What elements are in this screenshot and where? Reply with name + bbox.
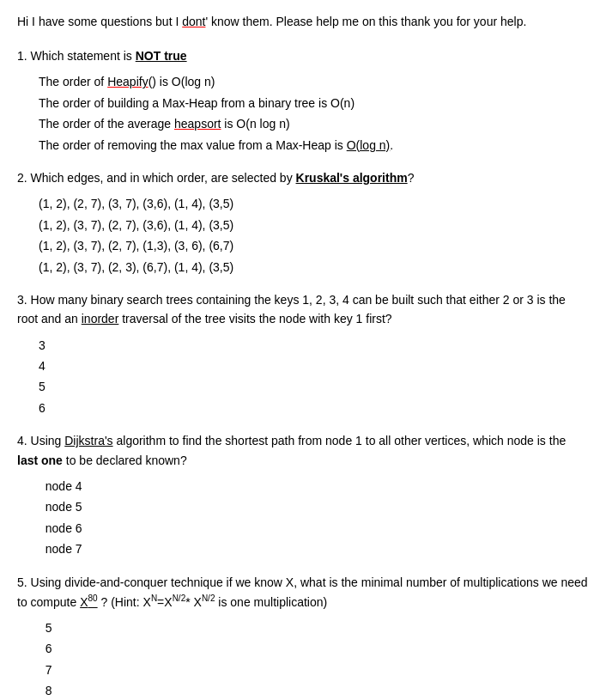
q5-option-4: 8: [39, 681, 589, 700]
question-4-options: node 4 node 5 node 6 node 7: [39, 477, 589, 559]
question-2-options: (1, 2), (2, 7), (3, 7), (3,6), (1, 4), (…: [39, 194, 589, 277]
q5-option-1: 5: [39, 618, 589, 637]
q1-option-1: The order of Heapify() is O(log n): [39, 72, 589, 91]
question-5-label: 5. Using divide-and-conquer technique if…: [17, 573, 589, 612]
question-2-label: 2. Which edges, and in which order, are …: [17, 168, 589, 187]
q1-option-4: The order of removing the max value from…: [39, 136, 589, 155]
question-5-section: 5. Using divide-and-conquer technique if…: [17, 573, 589, 700]
q2-option-1: (1, 2), (2, 7), (3, 7), (3,6), (1, 4), (…: [39, 194, 589, 213]
question-1-label: 1. Which statement is NOT true: [17, 46, 589, 65]
q1-option-3: The order of the average heapsort is O(n…: [39, 114, 589, 133]
q2-option-4: (1, 2), (3, 7), (2, 3), (6,7), (1, 4), (…: [39, 258, 589, 277]
question-1-options: The order of Heapify() is O(log n) The o…: [39, 72, 589, 155]
q3-option-3: 5: [39, 377, 589, 396]
q2-option-2: (1, 2), (3, 7), (2, 7), (3,6), (1, 4), (…: [39, 216, 589, 234]
q2-option-3: (1, 2), (3, 7), (2, 7), (1,3), (3, 6), (…: [39, 236, 589, 255]
q1-option-2: The order of building a Max-Heap from a …: [39, 94, 589, 113]
q3-option-4: 6: [39, 399, 589, 417]
q5-option-3: 7: [39, 660, 589, 679]
q4-option-2: node 5: [39, 497, 589, 516]
question-5-options: 5 6 7 8: [39, 618, 589, 700]
question-3-section: 3. How many binary search trees containi…: [17, 290, 589, 417]
question-1-section: 1. Which statement is NOT true The order…: [17, 46, 589, 155]
q3-option-1: 3: [39, 336, 589, 355]
q5-option-2: 6: [39, 639, 589, 658]
question-4-section: 4. Using Dijkstra's algorithm to find th…: [17, 431, 589, 558]
question-3-options: 3 4 5 6: [39, 336, 589, 418]
q4-option-4: node 7: [39, 539, 589, 558]
q3-option-2: 4: [39, 356, 589, 375]
intro-text: Hi I have some questions but I dont' kno…: [17, 13, 589, 31]
q4-option-3: node 6: [39, 519, 589, 538]
question-2-section: 2. Which edges, and in which order, are …: [17, 168, 589, 277]
q4-option-1: node 4: [39, 477, 589, 496]
question-3-label: 3. How many binary search trees containi…: [17, 290, 589, 329]
question-4-label: 4. Using Dijkstra's algorithm to find th…: [17, 431, 589, 470]
